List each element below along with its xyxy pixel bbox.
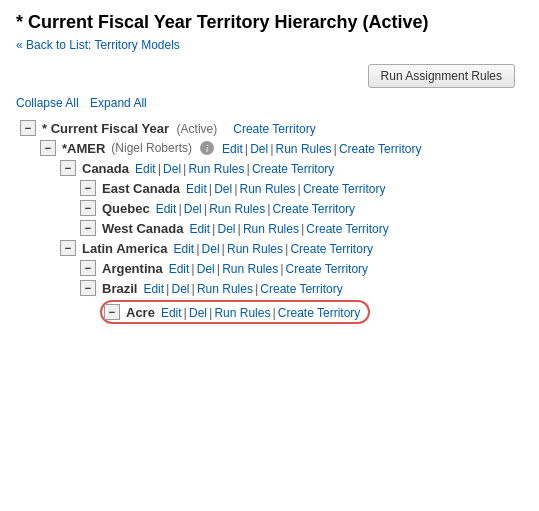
- canada-create-territory-link[interactable]: Create Territory: [252, 162, 334, 176]
- amer-info-icon[interactable]: i: [200, 141, 214, 155]
- amer-actions: Edit|Del|Run Rules|Create Territory: [222, 141, 421, 156]
- toggle-brazil[interactable]: −: [80, 280, 96, 296]
- tree-row-quebec: − Quebec Edit|Del|Run Rules|Create Terri…: [80, 198, 523, 218]
- toggle-latin-america[interactable]: −: [60, 240, 76, 256]
- amer-name: *AMER: [62, 141, 105, 156]
- west-canada-create-territory-link[interactable]: Create Territory: [306, 222, 388, 236]
- expand-all-link[interactable]: Expand All: [90, 96, 147, 110]
- latin-america-name: Latin America: [82, 241, 168, 256]
- toggle-west-canada[interactable]: −: [80, 220, 96, 236]
- east-canada-del-link[interactable]: Del: [214, 182, 232, 196]
- quebec-name: Quebec: [102, 201, 150, 216]
- tree-row-canada: − Canada Edit|Del|Run Rules|Create Terri…: [60, 158, 523, 178]
- collapse-expand-bar: Collapse All Expand All: [16, 96, 523, 110]
- east-canada-run-rules-link[interactable]: Run Rules: [240, 182, 296, 196]
- root-name: * Current Fiscal Year: [42, 121, 169, 136]
- east-canada-edit-link[interactable]: Edit: [186, 182, 207, 196]
- acre-del-link[interactable]: Del: [189, 306, 207, 320]
- quebec-actions: Edit|Del|Run Rules|Create Territory: [156, 201, 355, 216]
- tree-row-east-canada: − East Canada Edit|Del|Run Rules|Create …: [80, 178, 523, 198]
- argentina-edit-link[interactable]: Edit: [169, 262, 190, 276]
- latin-america-run-rules-link[interactable]: Run Rules: [227, 242, 283, 256]
- brazil-del-link[interactable]: Del: [171, 282, 189, 296]
- latin-america-edit-link[interactable]: Edit: [174, 242, 195, 256]
- east-canada-create-territory-link[interactable]: Create Territory: [303, 182, 385, 196]
- argentina-create-territory-link[interactable]: Create Territory: [286, 262, 368, 276]
- toggle-acre[interactable]: −: [104, 304, 120, 320]
- toggle-argentina[interactable]: −: [80, 260, 96, 276]
- run-assignment-rules-button[interactable]: Run Assignment Rules: [368, 64, 515, 88]
- acre-highlighted-container: − Acre Edit|Del|Run Rules|Create Territo…: [100, 300, 370, 324]
- tree-row-amer: − *AMER (Nigel Roberts) i Edit|Del|Run R…: [40, 138, 523, 158]
- amer-edit-link[interactable]: Edit: [222, 142, 243, 156]
- argentina-run-rules-link[interactable]: Run Rules: [222, 262, 278, 276]
- toggle-root[interactable]: −: [20, 120, 36, 136]
- argentina-name: Argentina: [102, 261, 163, 276]
- tree-row-acre: − Acre Edit|Del|Run Rules|Create Territo…: [100, 298, 523, 326]
- tree-row-argentina: − Argentina Edit|Del|Run Rules|Create Te…: [80, 258, 523, 278]
- latin-america-del-link[interactable]: Del: [202, 242, 220, 256]
- brazil-edit-link[interactable]: Edit: [143, 282, 164, 296]
- brazil-run-rules-link[interactable]: Run Rules: [197, 282, 253, 296]
- page-title: * Current Fiscal Year Territory Hierarch…: [16, 12, 523, 33]
- toolbar: Run Assignment Rules: [16, 64, 523, 88]
- acre-actions: Edit|Del|Run Rules|Create Territory: [161, 305, 360, 320]
- west-canada-name: West Canada: [102, 221, 183, 236]
- root-meta: (Active): [173, 121, 217, 136]
- canada-del-link[interactable]: Del: [163, 162, 181, 176]
- quebec-edit-link[interactable]: Edit: [156, 202, 177, 216]
- amer-meta: (Nigel Roberts): [111, 141, 192, 155]
- canada-name: Canada: [82, 161, 129, 176]
- west-canada-del-link[interactable]: Del: [217, 222, 235, 236]
- root-create-territory-link[interactable]: Create Territory: [233, 122, 315, 136]
- tree-row-latin-america: − Latin America Edit|Del|Run Rules|Creat…: [60, 238, 523, 258]
- acre-create-territory-link[interactable]: Create Territory: [278, 306, 360, 320]
- amer-del-link[interactable]: Del: [250, 142, 268, 156]
- east-canada-name: East Canada: [102, 181, 180, 196]
- quebec-run-rules-link[interactable]: Run Rules: [209, 202, 265, 216]
- brazil-create-territory-link[interactable]: Create Territory: [260, 282, 342, 296]
- quebec-del-link[interactable]: Del: [184, 202, 202, 216]
- brazil-actions: Edit|Del|Run Rules|Create Territory: [143, 281, 342, 296]
- canada-actions: Edit|Del|Run Rules|Create Territory: [135, 161, 334, 176]
- toggle-canada[interactable]: −: [60, 160, 76, 176]
- west-canada-run-rules-link[interactable]: Run Rules: [243, 222, 299, 236]
- canada-edit-link[interactable]: Edit: [135, 162, 156, 176]
- toggle-amer[interactable]: −: [40, 140, 56, 156]
- canada-run-rules-link[interactable]: Run Rules: [188, 162, 244, 176]
- argentina-actions: Edit|Del|Run Rules|Create Territory: [169, 261, 368, 276]
- page-container: * Current Fiscal Year Territory Hierarch…: [0, 0, 539, 338]
- acre-edit-link[interactable]: Edit: [161, 306, 182, 320]
- west-canada-edit-link[interactable]: Edit: [189, 222, 210, 236]
- acre-run-rules-link[interactable]: Run Rules: [214, 306, 270, 320]
- east-canada-actions: Edit|Del|Run Rules|Create Territory: [186, 181, 385, 196]
- quebec-create-territory-link[interactable]: Create Territory: [273, 202, 355, 216]
- toggle-east-canada[interactable]: −: [80, 180, 96, 196]
- amer-run-rules-link[interactable]: Run Rules: [276, 142, 332, 156]
- tree-row-brazil: − Brazil Edit|Del|Run Rules|Create Terri…: [80, 278, 523, 298]
- brazil-name: Brazil: [102, 281, 137, 296]
- back-link[interactable]: « Back to List: Territory Models: [16, 38, 180, 52]
- argentina-del-link[interactable]: Del: [197, 262, 215, 276]
- collapse-all-link[interactable]: Collapse All: [16, 96, 79, 110]
- amer-create-territory-link[interactable]: Create Territory: [339, 142, 421, 156]
- latin-america-create-territory-link[interactable]: Create Territory: [290, 242, 372, 256]
- acre-name: Acre: [126, 305, 155, 320]
- territory-tree: − * Current Fiscal Year (Active) Create …: [20, 118, 523, 326]
- tree-row-west-canada: − West Canada Edit|Del|Run Rules|Create …: [80, 218, 523, 238]
- toggle-quebec[interactable]: −: [80, 200, 96, 216]
- west-canada-actions: Edit|Del|Run Rules|Create Territory: [189, 221, 388, 236]
- latin-america-actions: Edit|Del|Run Rules|Create Territory: [174, 241, 373, 256]
- tree-row-root: − * Current Fiscal Year (Active) Create …: [20, 118, 523, 138]
